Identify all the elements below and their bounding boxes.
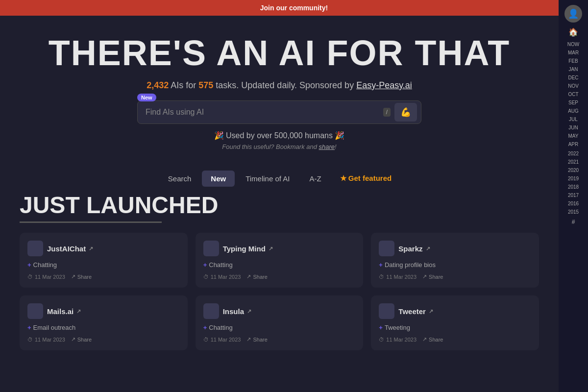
card-footer: ⏱ 11 Mar 2023 ↗ Share — [27, 273, 180, 280]
sidebar-year-2020[interactable]: 2020 — [566, 167, 581, 174]
card-icon-5 — [379, 303, 394, 319]
tab-timeline[interactable]: Timeline of AI — [237, 171, 298, 187]
bookmark-link[interactable]: share — [319, 143, 335, 150]
search-submit-button[interactable]: 💪 — [394, 103, 417, 122]
sidebar-month-aug[interactable]: AUG — [565, 107, 581, 115]
tab-az[interactable]: A-Z — [301, 171, 330, 187]
home-icon[interactable]: 🏠 — [568, 27, 578, 37]
sidebar-month-sep[interactable]: SEP — [565, 99, 581, 106]
task-count: 575 — [198, 80, 213, 90]
external-link-icon: ↗ — [426, 245, 430, 252]
card-tag: + Tweeting — [379, 324, 531, 331]
bookmark-pre: Found this useful? Bookmark and — [222, 143, 317, 150]
ai-card[interactable]: Typing Mind ↗ + Chatting ⏱ 11 Mar 2023 ↗… — [196, 233, 364, 288]
external-link-icon: ↗ — [269, 245, 273, 252]
just-launched-title: Just launched — [20, 192, 539, 219]
card-share-button[interactable]: ↗ Share — [246, 336, 267, 343]
card-header: JustAIChat ↗ — [27, 241, 180, 256]
sidebar-year-2019[interactable]: 2019 — [566, 175, 581, 182]
hero-users-text: 🎉 Used by over 500,000 humans 🎉 — [10, 131, 549, 140]
tab-featured[interactable]: ★ Get featured — [332, 170, 400, 187]
card-share-button[interactable]: ↗ Share — [71, 336, 92, 343]
avatar[interactable]: 👤 — [564, 5, 582, 23]
tab-search[interactable]: Search — [159, 171, 200, 187]
sidebar-year-2022[interactable]: 2022 — [566, 150, 581, 157]
sidebar-month-feb[interactable]: FEB — [565, 57, 581, 65]
sidebar-month-oct[interactable]: OCT — [565, 91, 581, 98]
ai-card[interactable]: Mails.ai ↗ + Email outreach ⏱ 11 Mar 202… — [20, 295, 188, 350]
card-icon-3 — [27, 303, 43, 319]
card-share-button[interactable]: ↗ Share — [422, 336, 443, 343]
card-share-button[interactable]: ↗ Share — [422, 273, 443, 280]
new-badge: New — [137, 94, 156, 101]
community-banner[interactable]: Join our community! — [0, 0, 588, 16]
sidebar-hash[interactable]: # — [572, 219, 575, 225]
external-link-icon: ↗ — [76, 308, 81, 315]
ai-card[interactable]: JustAIChat ↗ + Chatting ⏱ 11 Mar 2023 ↗ … — [20, 233, 188, 288]
tab-new[interactable]: New — [202, 171, 235, 187]
card-footer: ⏱ 11 Mar 2023 ↗ Share — [203, 336, 356, 343]
hero-section: THERE'S AN AI FOR THAT 2,432 AIs for 575… — [0, 16, 559, 160]
sidebar-year-2021[interactable]: 2021 — [566, 158, 581, 166]
sidebar-year-2015[interactable]: 2015 — [566, 208, 581, 216]
external-link-icon: ↗ — [89, 245, 93, 252]
card-title: Insula ↗ — [223, 307, 251, 316]
sidebar-month-dec[interactable]: DEC — [565, 74, 581, 81]
card-footer: ⏱ 11 Mar 2023 ↗ Share — [27, 336, 180, 343]
external-link-icon: ↗ — [247, 308, 251, 315]
card-tag: + Email outreach — [27, 324, 180, 331]
banner-text: Join our community! — [260, 4, 328, 12]
search-section: New / 💪 — [137, 100, 421, 124]
card-header: Mails.ai ↗ — [27, 303, 180, 319]
subtitle-pre: AIs for — [171, 80, 196, 90]
card-icon-0 — [27, 241, 43, 256]
card-title: JustAIChat ↗ — [47, 245, 93, 253]
sidebar-year-2018[interactable]: 2018 — [566, 183, 581, 191]
card-date: ⏱ 11 Mar 2023 — [379, 274, 416, 280]
search-input[interactable] — [142, 103, 383, 122]
card-tag: + Chatting — [203, 261, 356, 269]
card-share-button[interactable]: ↗ Share — [246, 273, 267, 280]
search-wrapper: / 💪 — [137, 100, 421, 124]
card-title: Mails.ai ↗ — [47, 307, 81, 316]
card-date: ⏱ 11 Mar 2023 — [27, 337, 65, 343]
ai-card[interactable]: Sparkz ↗ + Dating profile bios ⏱ 11 Mar … — [371, 233, 539, 288]
sidebar-month-nov[interactable]: NOV — [565, 82, 581, 90]
right-sidebar: 👤 🏠 NOWMARFEBJANDECNOVOCTSEPAUGJULJUNMAY… — [559, 0, 588, 392]
card-tag: + Chatting — [203, 324, 356, 331]
sidebar-month-now[interactable]: NOW — [565, 41, 581, 48]
card-tag: + Chatting — [27, 261, 180, 269]
card-header: Insula ↗ — [203, 303, 356, 319]
card-header: Typing Mind ↗ — [203, 241, 356, 256]
sidebar-year-2016[interactable]: 2016 — [566, 200, 581, 207]
cards-grid: JustAIChat ↗ + Chatting ⏱ 11 Mar 2023 ↗ … — [20, 233, 539, 350]
card-icon-2 — [379, 241, 394, 256]
sidebar-month-mar[interactable]: MAR — [565, 49, 581, 56]
sidebar-month-jul[interactable]: JUL — [565, 116, 581, 123]
hero-title: THERE'S AN AI FOR THAT — [10, 35, 549, 71]
ai-card[interactable]: Insula ↗ + Chatting ⏱ 11 Mar 2023 ↗ Shar… — [196, 295, 364, 350]
ai-count: 2,432 — [147, 80, 169, 90]
sidebar-month-jun[interactable]: JUN — [565, 124, 581, 131]
ai-card[interactable]: Tweeter ↗ + Tweeting ⏱ 11 Mar 2023 ↗ Sha… — [371, 295, 539, 350]
sidebar-month-apr[interactable]: APR — [565, 141, 581, 148]
card-tag: + Dating profile bios — [379, 261, 531, 269]
card-share-button[interactable]: ↗ Share — [71, 273, 92, 280]
sidebar-month-may[interactable]: MAY — [565, 132, 581, 140]
sidebar-month-jan[interactable]: JAN — [565, 66, 581, 73]
card-icon-1 — [203, 241, 219, 256]
sponsor-link[interactable]: Easy-Peasy.ai — [356, 80, 412, 90]
hero-bookmark: Found this useful? Bookmark and share! — [10, 143, 549, 150]
card-date: ⏱ 11 Mar 2023 — [203, 274, 241, 280]
subtitle-mid: tasks. Updated daily. Sponsored by — [216, 80, 356, 90]
card-footer: ⏱ 11 Mar 2023 ↗ Share — [203, 273, 356, 280]
section-underline — [20, 221, 162, 223]
card-header: Tweeter ↗ — [379, 303, 531, 319]
card-date: ⏱ 11 Mar 2023 — [203, 337, 241, 343]
main-content: THERE'S AN AI FOR THAT 2,432 AIs for 575… — [0, 16, 559, 370]
card-icon-4 — [203, 303, 219, 319]
hero-subtitle: 2,432 AIs for 575 tasks. Updated daily. … — [10, 80, 549, 91]
search-shortcut: / — [383, 108, 391, 117]
sidebar-year-2017[interactable]: 2017 — [566, 192, 581, 199]
card-footer: ⏱ 11 Mar 2023 ↗ Share — [379, 336, 531, 343]
